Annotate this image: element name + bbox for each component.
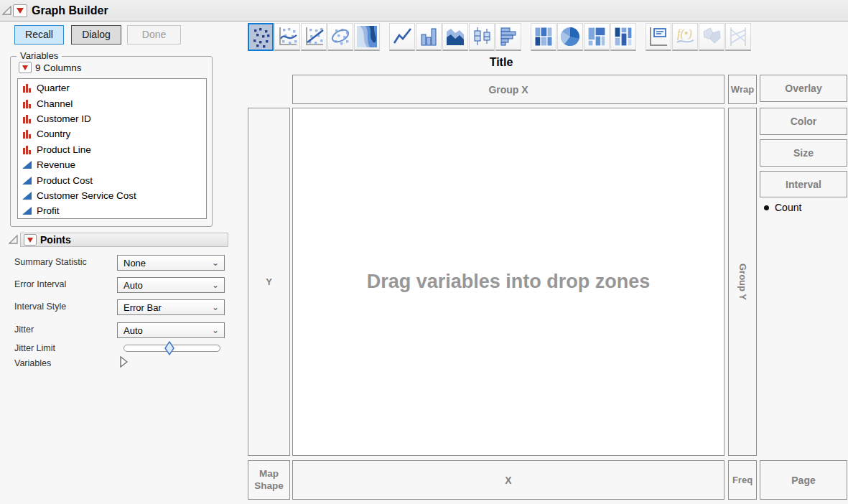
points-panel-header: Points [20, 233, 228, 247]
bar-chart-icon[interactable] [416, 23, 442, 51]
variable-label: Revenue [37, 159, 75, 170]
variable-item-product-cost[interactable]: Product Cost [18, 172, 206, 187]
drop-zone-y[interactable]: Y [248, 108, 290, 456]
error-interval-dropdown[interactable]: Auto ⌄ [117, 277, 225, 293]
area-chart-icon[interactable] [442, 23, 468, 51]
continuous-column-icon [22, 176, 32, 185]
drop-zone-wrap[interactable]: Wrap [728, 75, 757, 104]
chevron-down-icon: ⌄ [212, 258, 219, 268]
interval-style-label: Interval Style [14, 302, 66, 312]
variable-item-channel[interactable]: Channel [18, 95, 206, 111]
variable-item-profit[interactable]: Profit [18, 203, 206, 218]
drop-zone-size[interactable]: Size [760, 139, 847, 167]
line-of-fit-chart-icon[interactable] [301, 23, 327, 51]
chevron-down-icon: ⌄ [212, 302, 219, 312]
variable-item-quarter[interactable]: Quarter [18, 80, 206, 95]
points-collapse-triangle-icon[interactable] [9, 235, 18, 244]
drop-zone-page[interactable]: Page [760, 460, 847, 500]
error-interval-label: Error Interval [14, 279, 66, 289]
drop-zone-overlay[interactable]: Overlay [760, 75, 847, 102]
jitter-value: Auto [124, 325, 143, 336]
continuous-column-icon [22, 160, 32, 169]
svg-text:f(•): f(•) [677, 27, 692, 40]
variable-label: Customer ID [37, 113, 91, 124]
variable-item-revenue[interactable]: Revenue [18, 157, 206, 172]
slider-thumb[interactable] [164, 341, 174, 355]
points-red-triangle-menu-icon[interactable] [24, 234, 37, 246]
caption-box-chart-icon[interactable] [646, 23, 671, 51]
chart-type-palette: f(•) [248, 23, 752, 52]
drop-zone-map-shape[interactable]: Map Shape [248, 460, 290, 500]
columns-red-triangle-menu-icon[interactable] [19, 62, 32, 73]
interval-style-value: Error Bar [124, 302, 162, 313]
graph-title[interactable]: Title [285, 56, 717, 69]
interval-style-dropdown[interactable]: Error Bar ⌄ [117, 299, 225, 315]
columns-count-label: 9 Columns [35, 62, 82, 73]
box-plot-chart-icon[interactable] [469, 23, 495, 51]
variable-label: Customer Service Cost [37, 190, 136, 201]
variable-label: Channel [37, 98, 73, 109]
map-shapes-chart-icon [699, 23, 724, 51]
smoother-chart-icon[interactable] [274, 23, 300, 51]
nominal-column-icon [22, 129, 32, 139]
variable-item-customer-service-cost[interactable]: Customer Service Cost [18, 188, 206, 203]
nominal-column-icon [22, 99, 32, 108]
drop-zone-interval[interactable]: Interval [760, 171, 847, 197]
count-label: Count [775, 202, 801, 213]
jitter-limit-label: Jitter Limit [14, 343, 55, 353]
mosaic-chart-icon[interactable] [610, 23, 636, 51]
line-chart-icon[interactable] [389, 23, 415, 51]
drop-zone-freq[interactable]: Freq [728, 460, 757, 500]
variable-item-product-line[interactable]: Product Line [18, 142, 206, 157]
nominal-column-icon [22, 145, 32, 154]
variable-label: Product Cost [37, 175, 93, 186]
done-button[interactable]: Done [127, 25, 181, 45]
drop-zone-x[interactable]: X [292, 460, 724, 500]
ellipse-chart-icon[interactable] [327, 23, 353, 51]
count-row: Count [764, 202, 801, 213]
nominal-column-icon [22, 114, 32, 123]
plot-area[interactable]: Drag variables into drop zones [292, 108, 724, 456]
points-chart-icon[interactable] [248, 23, 274, 51]
drop-zone-placeholder: Drag variables into drop zones [367, 271, 651, 293]
drop-zone-color[interactable]: Color [760, 108, 847, 135]
chevron-down-icon: ⌄ [212, 280, 219, 290]
variable-item-country[interactable]: Country [18, 126, 206, 141]
treemap-chart-icon[interactable] [584, 23, 610, 51]
jitter-label: Jitter [14, 325, 34, 335]
recall-button[interactable]: Recall [14, 25, 64, 45]
parallel-chart-icon [725, 23, 751, 51]
dialog-button[interactable]: Dialog [71, 25, 121, 45]
variable-label: Quarter [37, 83, 70, 93]
group-y-label: Group Y [737, 263, 748, 300]
contour-chart-icon[interactable] [354, 23, 380, 51]
continuous-column-icon [22, 206, 32, 215]
columns-header: 9 Columns [17, 62, 82, 73]
page-title: Graph Builder [32, 4, 108, 17]
variables-panel-legend: Variables [17, 50, 62, 61]
nominal-column-icon [22, 83, 32, 93]
jitter-dropdown[interactable]: Auto ⌄ [117, 322, 225, 338]
variables-panel: Variables 9 Columns QuarterChannelCustom… [10, 56, 213, 227]
variables-row-label: Variables [14, 358, 51, 368]
drop-zone-group-x[interactable]: Group X [292, 75, 724, 104]
jitter-limit-slider[interactable] [124, 345, 220, 352]
bullet-icon [764, 205, 769, 210]
variables-list: QuarterChannelCustomer IDCountryProduct … [17, 78, 207, 219]
chevron-down-icon: ⌄ [212, 325, 219, 335]
continuous-column-icon [22, 191, 32, 200]
window-titlebar: Graph Builder [0, 0, 848, 22]
collapse-triangle-icon[interactable] [2, 6, 11, 15]
variables-disclosure-icon[interactable] [119, 356, 128, 368]
summary-statistic-dropdown[interactable]: None ⌄ [117, 255, 225, 271]
summary-statistic-label: Summary Statistic [14, 257, 87, 267]
histogram-chart-icon[interactable] [495, 23, 521, 51]
variable-label: Product Line [37, 144, 91, 155]
variable-label: Profit [37, 205, 60, 216]
pie-chart-icon[interactable] [557, 23, 583, 51]
red-triangle-menu-icon[interactable] [13, 4, 27, 17]
heatmap-chart-icon[interactable] [531, 23, 556, 51]
variable-item-customer-id[interactable]: Customer ID [18, 111, 206, 126]
drop-zone-group-y[interactable]: Group Y [728, 108, 757, 456]
points-panel-title: Points [40, 234, 71, 246]
